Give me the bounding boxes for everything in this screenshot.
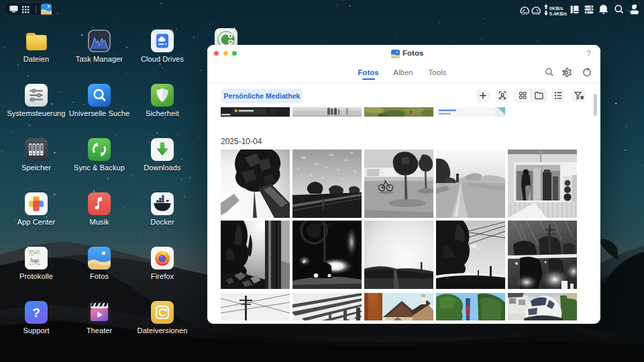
svg-text:/logs: /logs [30,257,39,263]
svg-text:CPU: CPU [521,12,528,15]
svg-text:0.4KB/s: 0.4KB/s [549,11,567,17]
svg-text:RAM: RAM [533,12,540,15]
svg-text:?: ? [32,306,40,320]
